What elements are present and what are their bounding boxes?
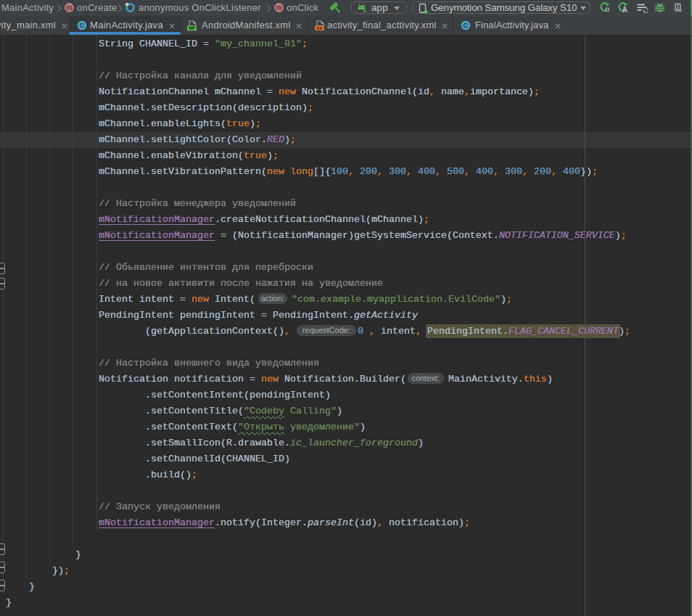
svg-text:cx: cx: [316, 25, 322, 30]
svg-text:A: A: [622, 6, 627, 13]
svg-text:MF: MF: [189, 25, 196, 30]
svg-text:C: C: [80, 21, 85, 29]
svg-text:C: C: [464, 21, 469, 29]
